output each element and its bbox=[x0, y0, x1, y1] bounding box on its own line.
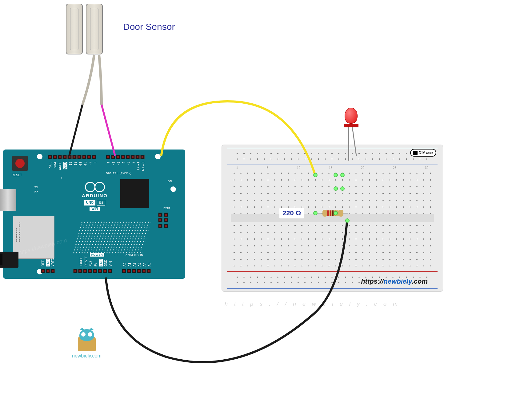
pin-label-10: ~10 bbox=[84, 162, 87, 167]
rx-indicator: RX bbox=[34, 190, 38, 193]
power-header[interactable] bbox=[73, 269, 112, 273]
esp32-module: ESPRESSIF ESP32-S3-MINI-1 bbox=[13, 216, 54, 259]
door-sensor-label: Door Sensor bbox=[123, 22, 175, 32]
conn-led-anode-bb bbox=[334, 173, 338, 177]
newbiely-logo: newbiely.com bbox=[72, 329, 102, 359]
newbiely-text: newbiely.com bbox=[72, 353, 102, 359]
digital-header-left[interactable] bbox=[48, 155, 96, 159]
analog-header[interactable] bbox=[122, 269, 151, 273]
pin-label-tx: TX→1 bbox=[137, 162, 140, 170]
arduino-brand: ARDUINO bbox=[82, 193, 108, 198]
resistor-220ohm bbox=[322, 210, 344, 217]
pin-label-6: ~6 bbox=[112, 162, 115, 165]
pin-label-8: 8 bbox=[94, 162, 97, 164]
model-uno: UNO bbox=[84, 200, 95, 205]
conn-resistor-left bbox=[313, 211, 318, 215]
pin-label-ioref: IOREF bbox=[79, 257, 83, 266]
pin-label-4: 4 bbox=[122, 162, 125, 164]
arduino-infinity-icon bbox=[85, 182, 105, 192]
pin-label-9: ~9 bbox=[89, 162, 92, 165]
icsp-header[interactable] bbox=[158, 213, 170, 230]
conn-led-cathode-bb bbox=[340, 173, 345, 177]
breadboard-url: https://newbiely.com bbox=[361, 277, 428, 285]
mount-hole bbox=[155, 154, 161, 159]
breadboard-main[interactable] bbox=[231, 170, 434, 266]
pin-label-reset: RESET bbox=[84, 256, 88, 266]
pin-label-3v3: 3V3 bbox=[89, 261, 93, 266]
reset-label: RESET bbox=[12, 174, 22, 177]
breadboard-top-rail[interactable] bbox=[231, 149, 434, 164]
pin-label-a0: A0 bbox=[123, 263, 126, 266]
on-label: ON bbox=[168, 180, 173, 183]
pin-label-a5: A5 bbox=[148, 263, 151, 266]
analog-section-label: ANALOG IN bbox=[126, 253, 143, 257]
main-microcontroller bbox=[120, 179, 149, 208]
conn-led-col bbox=[334, 186, 338, 191]
breadboard: 1 5 10 15 20 25 30 DIYables https://newb… bbox=[222, 145, 443, 292]
led-matrix bbox=[72, 221, 151, 255]
model-wifi: WIFI bbox=[90, 207, 100, 211]
pin-label-vin: VIN bbox=[109, 261, 112, 266]
reset-button[interactable] bbox=[12, 156, 28, 171]
pin-label-5v: 5V bbox=[94, 263, 98, 266]
usb-port[interactable] bbox=[0, 189, 16, 211]
door-sensor-magnet bbox=[66, 4, 83, 54]
door-sensor bbox=[66, 4, 103, 54]
pin-label-aref: AREF bbox=[58, 162, 62, 170]
pin-label-gnd: GND bbox=[63, 162, 67, 169]
mount-hole bbox=[170, 186, 176, 192]
pin-label-gnd2: GND bbox=[46, 259, 50, 266]
pin-label-rx: RX←0 bbox=[142, 162, 145, 171]
misc-header[interactable] bbox=[41, 269, 55, 273]
pin-label-a1: A1 bbox=[128, 263, 131, 266]
pin-label-3: ~3 bbox=[127, 162, 130, 165]
mount-hole bbox=[37, 154, 42, 159]
resistor-value: 220 Ω bbox=[282, 209, 301, 217]
pin-label-sda: SDA bbox=[54, 162, 57, 168]
conn-led-col2 bbox=[340, 186, 345, 191]
arduino-logo: ARDUINO UNO R4 WIFI bbox=[82, 182, 108, 211]
digital-header-right[interactable] bbox=[106, 155, 145, 159]
pin-label-5: ~5 bbox=[117, 162, 120, 165]
pin-label-a2: A2 bbox=[133, 263, 136, 266]
pin-label-7: 7 bbox=[107, 162, 110, 164]
led-bulb bbox=[345, 108, 358, 124]
esp-model: ESP32-S3-MINI-1 bbox=[18, 222, 21, 242]
pin-label-scl: SCL bbox=[49, 162, 52, 168]
tx-indicator: TX bbox=[34, 186, 38, 189]
pin-label-gnd4: GND bbox=[104, 260, 107, 266]
digital-section-label: DIGITAL (PWM~) bbox=[106, 172, 132, 175]
page-watermark: h t t p s : / / n e w b i e l y . c o m bbox=[225, 301, 400, 307]
breadboard-column-numbers: 1 5 10 15 20 25 30 bbox=[236, 166, 428, 170]
arduino-uno-r4-wifi: RESET SCL SDA AREF GND 13 12 ~11 ~10 ~9 … bbox=[3, 150, 185, 279]
l-indicator: L bbox=[61, 177, 62, 180]
resistor-label-box: 220 Ω bbox=[279, 208, 304, 218]
conn-yellow-bb bbox=[313, 173, 318, 177]
model-r4: R4 bbox=[97, 200, 105, 205]
led-red bbox=[345, 108, 358, 127]
door-sensor-reed bbox=[86, 4, 103, 54]
pin-label-13: 13 bbox=[69, 162, 72, 165]
pin-label-off: OFF bbox=[41, 260, 45, 266]
pin-label-a3: A3 bbox=[138, 263, 141, 266]
pin-label-12: 12 bbox=[74, 162, 77, 165]
conn-resistor-right bbox=[334, 211, 338, 215]
icsp-label: ICSP bbox=[163, 207, 170, 210]
pin-label-a4: A4 bbox=[143, 263, 146, 266]
pin-label-11: ~11 bbox=[79, 162, 82, 167]
led-anode bbox=[348, 127, 349, 161]
pin-label-vrtc: VRTC bbox=[51, 258, 54, 266]
pin-label-2: 2 bbox=[132, 162, 135, 164]
pin-label-gnd3: GND bbox=[99, 259, 103, 266]
power-section-label: POWER bbox=[90, 253, 104, 257]
esp-brand: ESPRESSIF bbox=[15, 228, 18, 242]
power-jack[interactable] bbox=[0, 252, 18, 268]
diyables-logo: DIYables bbox=[410, 149, 436, 157]
conn-gnd-bb bbox=[345, 218, 350, 223]
